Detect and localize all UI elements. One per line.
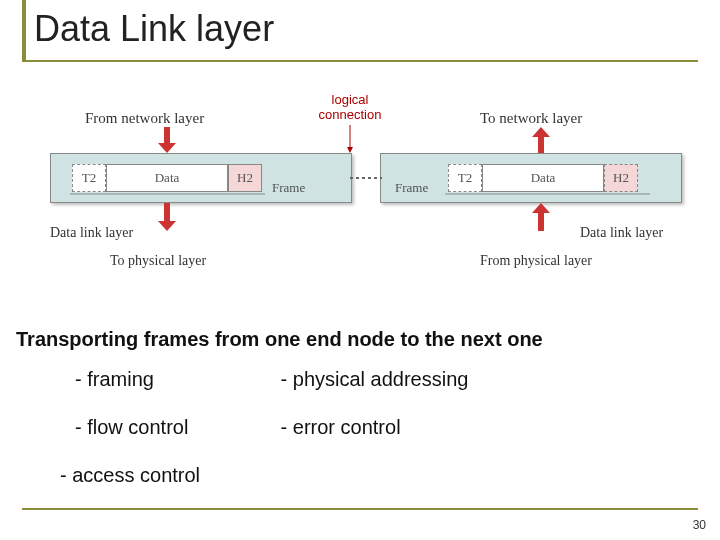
logical-line2: connection [319, 107, 382, 122]
right-t2-cell: T2 [448, 164, 482, 192]
left-frame-label: Frame [272, 180, 305, 196]
svg-marker-11 [532, 203, 550, 213]
left-arrow-in-icon [158, 127, 176, 153]
left-data-cell: Data [106, 164, 228, 192]
svg-rect-10 [538, 137, 544, 153]
bullet-physical: - physical addressing [281, 368, 469, 391]
right-frame-label: Frame [395, 180, 428, 196]
right-datalink-label: Data link layer [580, 225, 663, 241]
subheading: Transporting frames from one end node to… [16, 328, 543, 351]
right-physical-label: From physical layer [480, 253, 592, 269]
from-network-layer-label: From network layer [85, 110, 204, 127]
left-physical-label: To physical layer [110, 253, 206, 269]
logical-connection-label: logical connection [310, 93, 390, 123]
right-h2-cell: H2 [604, 164, 638, 192]
bullet-row-3: - access control [75, 464, 468, 512]
left-h2-cell: H2 [228, 164, 262, 192]
bullets-list: - framing - physical addressing - flow c… [75, 368, 468, 512]
right-arrow-out-icon [532, 127, 550, 153]
svg-marker-9 [532, 127, 550, 137]
bullet-error: - error control [281, 416, 401, 439]
left-frame-bracket [70, 191, 265, 199]
right-frame-bracket [445, 191, 650, 199]
right-data-cell: Data [482, 164, 604, 192]
bullet-flow: - flow control [75, 416, 275, 439]
page-title: Data Link layer [34, 8, 274, 50]
right-arrow-in-icon [532, 203, 550, 231]
bullet-access: - access control [60, 464, 260, 487]
left-datalink-label: Data link layer [50, 225, 133, 241]
svg-marker-6 [158, 143, 176, 153]
svg-rect-5 [164, 127, 170, 143]
connector-dashed [350, 175, 382, 181]
left-arrow-out-icon [158, 203, 176, 231]
svg-rect-12 [538, 213, 544, 231]
to-network-layer-label: To network layer [480, 110, 582, 127]
diagram-container: From network layer To network layer logi… [50, 85, 670, 285]
bottom-underline [22, 508, 698, 510]
accent-bar [22, 0, 26, 62]
svg-marker-8 [158, 221, 176, 231]
svg-rect-7 [164, 203, 170, 221]
bullet-row-2: - flow control - error control [75, 416, 468, 464]
page-number: 30 [693, 518, 706, 532]
bullet-framing: - framing [75, 368, 275, 391]
left-t2-cell: T2 [72, 164, 106, 192]
title-underline [22, 60, 698, 62]
logical-arrow-icon [347, 125, 353, 153]
bullet-row-1: - framing - physical addressing [75, 368, 468, 416]
logical-line1: logical [332, 92, 369, 107]
